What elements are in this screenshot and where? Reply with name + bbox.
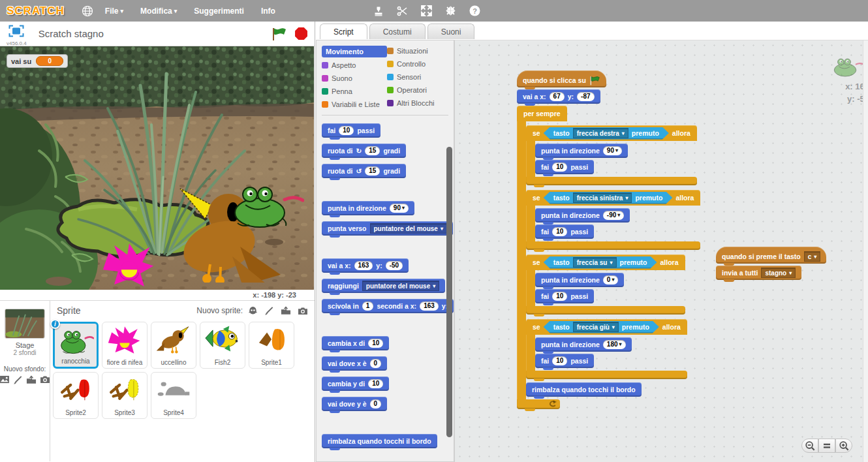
flower-sprite[interactable] xyxy=(101,241,157,289)
script-stack[interactable]: quando si preme il tastoc▾invia a tuttis… xyxy=(716,247,826,282)
block-punta-in-direzione[interactable]: punta in direzione90▾ xyxy=(322,201,414,215)
category-penna[interactable]: Penna xyxy=(322,86,387,97)
language-globe-icon[interactable] xyxy=(82,5,93,17)
camera-icon[interactable] xyxy=(298,307,308,315)
block-menu-field[interactable]: freccia sinistra▾ xyxy=(573,192,632,203)
condition-hexagon[interactable]: tastofreccia destra▾premuto xyxy=(544,127,669,140)
sprite-card-fiore-di-nifea[interactable]: fiore di nifea xyxy=(102,322,147,369)
block-number-field[interactable]: 0 xyxy=(370,399,382,408)
zoom-out-icon[interactable] xyxy=(801,439,818,453)
tab-suoni[interactable]: Suoni xyxy=(427,23,475,39)
block-punta-in-direzione[interactable]: punta in direzione0▾ xyxy=(535,273,624,287)
block-number-field[interactable]: 67 xyxy=(550,92,565,101)
block-dropdown-field[interactable]: 180▾ xyxy=(603,340,626,349)
block-vai-dove-y[interactable]: vai dove y è0 xyxy=(322,397,387,411)
block-number-field[interactable]: 15 xyxy=(365,146,380,155)
menu-file[interactable]: File▾ xyxy=(105,7,123,16)
block-number-field[interactable]: -50 xyxy=(386,261,403,270)
block-quando-si-preme-il-tasto[interactable]: quando si preme il tastoc▾ xyxy=(716,247,826,264)
gobo-icon[interactable] xyxy=(248,306,258,316)
block-per-sempre[interactable]: per sempresetastofreccia destra▾premutoa… xyxy=(517,106,700,409)
sprite-card-sprite1[interactable]: Sprite1 xyxy=(249,322,294,369)
sprite-card-uccellino[interactable]: uccellino xyxy=(151,322,196,369)
category-aspetto[interactable]: Aspetto xyxy=(322,60,387,70)
block-number-field[interactable]: 10 xyxy=(552,292,567,301)
category-controllo[interactable]: Controllo xyxy=(387,59,452,69)
block-raggiungi[interactable]: raggiungipuntatore del mouse▾ xyxy=(322,279,445,293)
block-menu-field[interactable]: c▾ xyxy=(804,251,821,262)
canvas-scrollbar[interactable] xyxy=(863,40,868,462)
block-dropdown-field[interactable]: 0▾ xyxy=(603,275,619,285)
camera-icon[interactable] xyxy=(40,375,50,385)
block-punta-in-direzione[interactable]: punta in direzione180▾ xyxy=(535,337,632,352)
block-ruota-di[interactable]: ruota di↺15gradi xyxy=(322,164,406,178)
block-fai[interactable]: fai10passi xyxy=(535,160,594,174)
sprite-card-fish2[interactable]: Fish2 xyxy=(200,322,245,369)
block-rimbalza-quando-tocchi-il-bord[interactable]: rimbalza quando tocchi il bordo xyxy=(322,434,437,448)
block-punta-verso[interactable]: punta versopuntatore del mouse▾ xyxy=(322,221,453,236)
category-operatori[interactable]: Operatori xyxy=(387,85,452,95)
upload-icon[interactable] xyxy=(281,306,291,316)
stage[interactable]: vai su 0 xyxy=(0,46,314,290)
stage-thumbnail[interactable] xyxy=(5,309,45,339)
block-number-field[interactable]: -87 xyxy=(577,92,594,101)
block-dropdown-field[interactable]: 90▾ xyxy=(390,204,409,213)
category-sensori[interactable]: Sensori xyxy=(387,72,452,82)
block-number-field[interactable]: 10 xyxy=(552,162,567,172)
sprite-info-icon[interactable]: i xyxy=(50,319,60,329)
block-number-field[interactable]: 10 xyxy=(339,126,354,135)
block-dropdown-field[interactable]: -90▾ xyxy=(603,211,624,220)
block-number-field[interactable]: 10 xyxy=(552,227,567,236)
paintbrush-icon[interactable] xyxy=(264,306,274,316)
upload-icon[interactable] xyxy=(26,375,37,385)
menu-modifica[interactable]: Modifica▾ xyxy=(140,7,177,16)
help-icon[interactable]: ? xyxy=(469,5,480,16)
condition-hexagon[interactable]: tastofreccia sinistra▾premuto xyxy=(544,192,673,204)
green-flag-button[interactable] xyxy=(271,27,287,41)
block-punta-in-direzione[interactable]: punta in direzione90▾ xyxy=(535,144,628,158)
frog-sprite[interactable] xyxy=(227,180,304,230)
image-icon[interactable] xyxy=(0,375,10,385)
block-rimbalza-quando-tocchi-il-bord[interactable]: rimbalza quando tocchi il bordo xyxy=(526,382,642,397)
block-number-field[interactable]: 10 xyxy=(368,339,383,348)
sprite-card-ranocchia[interactable]: iranocchia xyxy=(53,322,99,369)
variable-readout[interactable]: vai su 0 xyxy=(7,54,68,68)
category-movimento[interactable]: Movimento xyxy=(322,46,387,57)
sprite-card-sprite4[interactable]: Sprite4 xyxy=(151,372,196,419)
stamp-icon[interactable] xyxy=(373,6,384,16)
category-variabili-e-liste[interactable]: Variabili e Liste xyxy=(322,99,387,110)
block-number-field[interactable]: 0 xyxy=(370,359,382,368)
block-scivola-in[interactable]: scivola in1secondi a x:163y: xyxy=(322,299,454,313)
block-dropdown-field[interactable]: 90▾ xyxy=(603,146,622,155)
block-fai[interactable]: fai10passi xyxy=(535,289,594,303)
block-number-field[interactable]: 10 xyxy=(368,379,383,388)
stop-button[interactable] xyxy=(294,27,308,40)
block-number-field[interactable]: 10 xyxy=(552,356,567,365)
block-se[interactable]: setastofreccia destra▾premutoallorapunta… xyxy=(526,125,697,185)
fullscreen-icon[interactable] xyxy=(8,25,24,40)
block-vai-a-x[interactable]: vai a x:67y:-87 xyxy=(517,89,600,104)
block-cambia-x-di[interactable]: cambia x di10 xyxy=(322,336,389,350)
category-suono[interactable]: Suono xyxy=(322,73,387,84)
block-menu-field[interactable]: puntatore del mouse▾ xyxy=(362,281,439,291)
block-number-field[interactable]: 15 xyxy=(365,166,380,176)
shrink-icon[interactable] xyxy=(445,5,456,16)
condition-hexagon[interactable]: tastofreccia giù▾premuto xyxy=(544,321,659,333)
block-menu-field[interactable]: stagno▾ xyxy=(761,268,796,278)
block-fai[interactable]: fai10passi xyxy=(322,123,380,138)
palette-scrollbar[interactable] xyxy=(446,147,452,437)
block-vai-dove-x[interactable]: vai dove x è0 xyxy=(322,356,387,371)
block-cambia-y-di[interactable]: cambia y di10 xyxy=(322,377,389,391)
scripts-canvas[interactable]: x: 163 y: -50 quando si clicca suvai a x… xyxy=(454,40,868,462)
menu-info[interactable]: Info xyxy=(261,7,275,16)
block-se[interactable]: setastofreccia giù▾premutoallorapunta in… xyxy=(526,319,687,379)
block-ruota-di[interactable]: ruota di↻15gradi xyxy=(322,144,406,158)
paintbrush-icon[interactable] xyxy=(13,375,23,385)
menu-suggerimenti[interactable]: Suggerimenti xyxy=(194,7,244,16)
block-punta-in-direzione[interactable]: punta in direzione-90▾ xyxy=(535,208,630,223)
block-fai[interactable]: fai10passi xyxy=(535,354,594,368)
category-altri-blocchi[interactable]: Altri Blocchi xyxy=(387,98,452,108)
block-invia-a-tutti[interactable]: invia a tuttistagno▾ xyxy=(716,266,801,280)
block-se[interactable]: setastofreccia sinistra▾premutoallorapun… xyxy=(526,190,700,250)
block-menu-field[interactable]: freccia su▾ xyxy=(573,257,617,268)
